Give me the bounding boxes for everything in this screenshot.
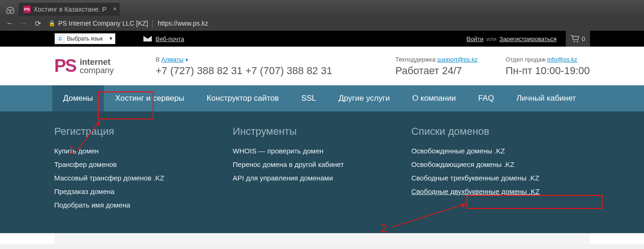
annotation-arrow-2: [391, 201, 475, 229]
city-prefix: В: [156, 56, 161, 63]
cart-count: 0: [582, 35, 585, 42]
mega-link-bulk-transfer[interactable]: Массовый трансфер доменов .KZ: [54, 174, 224, 182]
reload-button[interactable]: ⟳: [32, 17, 44, 29]
sales-label: Отдел продаж: [506, 56, 546, 63]
svg-point-1: [10, 10, 14, 14]
browser-tab[interactable]: PS Хостинг в Казахстане. Р ×: [19, 3, 120, 16]
annotation-arrow-1: [75, 117, 107, 154]
close-icon[interactable]: ×: [113, 6, 117, 12]
svg-line-6: [392, 204, 466, 227]
utility-bar: G Выбрать язык ▼ Веб-почта Войти или Зар…: [0, 31, 644, 47]
annotation-number-2: 2: [381, 222, 387, 235]
mega-link-free-3letter[interactable]: Свободные трехбуквенные домены .KZ: [411, 174, 580, 182]
mega-link-preorder[interactable]: Предзаказ домена: [54, 187, 224, 195]
logo[interactable]: PS internet company: [54, 56, 114, 76]
nav-item-ssl[interactable]: SSL: [290, 85, 327, 111]
phones: +7 (727) 388 82 31 +7 (707) 388 82 31: [156, 65, 332, 77]
webmail-label: Веб-почта: [156, 35, 184, 42]
mega-col-tools: Инструменты WHOIS — проверить домен Пере…: [233, 125, 411, 214]
address-bar[interactable]: 🔒 PS Internet Company LLC [KZ] │ https:/…: [46, 17, 640, 29]
mega-link-api[interactable]: API для управления доменами: [233, 174, 402, 182]
annotation-number-1: 1: [68, 144, 75, 157]
sales-email[interactable]: info@ps.kz: [547, 56, 577, 63]
svg-point-2: [574, 41, 575, 42]
mega-heading: Инструменты: [233, 125, 402, 138]
incognito-icon: [4, 5, 17, 16]
main-nav: Домены Хостинг и серверы Конструктор сай…: [0, 85, 644, 111]
mega-link-move[interactable]: Перенос домена в другой кабинет: [233, 160, 402, 168]
svg-line-4: [77, 120, 100, 152]
nav-item-domains[interactable]: Домены: [52, 85, 104, 111]
svg-point-0: [7, 10, 10, 14]
tab-title: Хостинг в Казахстане. Р: [34, 6, 107, 13]
separator: │: [151, 20, 155, 27]
mega-link-free-2letter[interactable]: Свободные двухбуквенные домены .KZ: [411, 187, 580, 195]
register-link[interactable]: Зарегистрироваться: [499, 35, 556, 42]
site-header: PS internet company В Алматы▼ +7 (727) 3…: [54, 47, 590, 85]
support-email[interactable]: support@ps.kz: [437, 56, 478, 63]
favicon-icon: PS: [23, 6, 31, 13]
mail-icon: [143, 36, 152, 42]
logo-ps: PS: [54, 56, 76, 76]
mega-link-releasing[interactable]: Освобождающиеся домены .KZ: [411, 160, 580, 168]
mega-link-whois[interactable]: WHOIS — проверить домен: [233, 147, 402, 155]
nav-item-account[interactable]: Личный кабинет: [505, 85, 587, 111]
chevron-down-icon[interactable]: ▼: [184, 57, 189, 62]
address-bar-row: ← → ⟳ 🔒 PS Internet Company LLC [KZ] │ h…: [0, 16, 644, 31]
nav-item-other[interactable]: Другие услуги: [327, 85, 401, 111]
svg-marker-7: [461, 204, 466, 208]
logo-line2: company: [80, 66, 114, 75]
sales-hours: Пн-пт 10:00-19:00: [506, 65, 590, 77]
nav-item-faq[interactable]: FAQ: [467, 85, 505, 111]
nav-item-hosting[interactable]: Хостинг и серверы: [104, 85, 195, 111]
browser-chrome: PS Хостинг в Казахстане. Р × ← → ⟳ 🔒 PS …: [0, 0, 644, 31]
cert-owner: PS Internet Company LLC [KZ]: [58, 20, 148, 27]
support-label: Техподдержка: [395, 56, 435, 63]
nav-item-sitebuilder[interactable]: Конструктор сайтов: [196, 85, 290, 111]
chevron-down-icon: ▼: [108, 36, 113, 41]
mega-link-suggest[interactable]: Подобрать имя домена: [54, 201, 224, 209]
url-text: https://www.ps.kz: [158, 20, 208, 27]
cart-button[interactable]: 0: [566, 31, 590, 47]
support-hours: Работает 24/7: [395, 65, 478, 77]
tab-strip: PS Хостинг в Казахстане. Р ×: [0, 0, 644, 16]
or-text: или: [486, 35, 496, 42]
google-translate-icon: G: [57, 35, 64, 42]
webmail-link[interactable]: Веб-почта: [143, 35, 184, 42]
mega-link-transfer[interactable]: Трансфер доменов: [54, 160, 224, 168]
language-label: Выбрать язык: [67, 35, 103, 42]
mega-link-released[interactable]: Освобожденные домены .KZ: [411, 147, 580, 155]
forward-button: →: [18, 17, 30, 29]
back-button[interactable]: ←: [4, 17, 16, 29]
language-selector[interactable]: G Выбрать язык ▼: [54, 33, 116, 44]
mega-heading: Списки доменов: [411, 125, 580, 138]
cart-icon: [570, 35, 580, 42]
footer-strip: [54, 233, 590, 244]
login-link[interactable]: Войти: [467, 35, 483, 42]
lock-icon: 🔒: [48, 20, 55, 27]
logo-line1: internet: [80, 58, 114, 66]
nav-item-about[interactable]: О компании: [401, 85, 467, 111]
city-selector[interactable]: Алматы: [162, 56, 183, 63]
svg-point-3: [577, 41, 578, 42]
